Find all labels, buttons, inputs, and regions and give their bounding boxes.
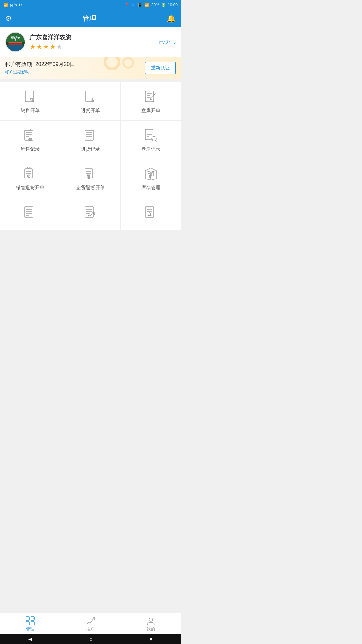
menu-item-sales-record[interactable]: 销售记录 xyxy=(0,121,60,159)
sync-icon2: ↻ xyxy=(19,3,22,7)
n-icon: N xyxy=(10,3,13,8)
svg-rect-4 xyxy=(8,42,22,43)
profile-name: 广东喜洋洋农资 xyxy=(29,33,72,41)
menu-item-doc2[interactable] xyxy=(60,198,121,230)
doc1-icon xyxy=(22,205,38,221)
star-3: ★ xyxy=(43,43,49,51)
svg-text:退: 退 xyxy=(27,174,30,178)
sales-open-icon xyxy=(22,89,38,105)
svg-point-49 xyxy=(152,136,156,141)
svg-rect-5 xyxy=(8,44,22,45)
stock-manage-label: 库存管理 xyxy=(141,185,160,191)
page-title: 管理 xyxy=(83,14,96,23)
menu-item-sales-open[interactable]: 销售开单 xyxy=(0,82,60,121)
inventory-open-icon xyxy=(143,89,159,105)
battery-icon: 🔋 xyxy=(161,3,166,7)
svg-text:喜洋洋农: 喜洋洋农 xyxy=(11,36,20,39)
status-right: 📍 🔷 📳 📶 39% 🔋 10:00 xyxy=(124,3,178,7)
star-1: ★ xyxy=(29,43,36,51)
inventory-open-label: 盘库开单 xyxy=(141,108,160,114)
notification-button[interactable]: 🔔 xyxy=(167,14,176,23)
menu-item-purchase-record[interactable]: 进货记录 xyxy=(60,121,121,159)
wifi-icon-right: 📶 xyxy=(144,3,149,7)
purchase-return-icon: 退 xyxy=(82,166,99,182)
expiry-banner: 帐户有效期: 2022年09月20日 帐户过期影响 重新认证 xyxy=(0,57,181,79)
purchase-record-label: 进货记录 xyxy=(81,146,100,152)
expiry-warning-link[interactable]: 帐户过期影响 xyxy=(5,69,75,75)
expiry-info: 帐户有效期: 2022年09月20日 帐户过期影响 xyxy=(5,61,75,75)
doc3-icon xyxy=(143,205,159,221)
expiry-date: 帐户有效期: 2022年09月20日 xyxy=(5,61,75,68)
menu-item-purchase-return[interactable]: 退 进货退货开单 xyxy=(60,159,121,198)
profile-section: 喜洋洋农 资 广东喜洋洋农资 ★ ★ ★ ★ ★ 已认证 › xyxy=(0,27,181,57)
profile-info: 广东喜洋洋农资 ★ ★ ★ ★ ★ xyxy=(29,33,72,51)
circle-deco-1 xyxy=(104,57,120,70)
svg-rect-83 xyxy=(145,207,154,217)
purchase-open-icon xyxy=(82,89,99,105)
status-bar: 📶 N ↻ ↻ 📍 🔷 📳 📶 39% 🔋 10:00 xyxy=(0,0,181,10)
purchase-return-label: 进货退货开单 xyxy=(76,185,105,191)
star-rating: ★ ★ ★ ★ ★ xyxy=(29,43,72,51)
menu-item-inventory-open[interactable]: 盘库开单 xyxy=(121,82,181,121)
sales-return-icon: 退 xyxy=(22,166,38,182)
svg-rect-77 xyxy=(85,207,93,217)
menu-item-sales-return[interactable]: 退 销售退货开单 xyxy=(0,159,60,198)
svg-line-67 xyxy=(151,171,156,172)
star-4: ★ xyxy=(50,43,56,51)
circle-deco-2 xyxy=(122,57,134,69)
doc2-icon xyxy=(82,205,99,221)
sales-record-label: 销售记录 xyxy=(21,146,40,152)
sync-icon1: ↻ xyxy=(14,3,17,7)
wifi-icon: 📶 xyxy=(3,3,8,7)
svg-line-50 xyxy=(156,140,157,142)
certified-link[interactable]: 已认证 › xyxy=(159,39,176,45)
settings-button[interactable]: ⚙ xyxy=(5,14,12,23)
header: ⚙ 管理 🔔 xyxy=(0,10,181,27)
star-2: ★ xyxy=(36,43,42,51)
recertify-button[interactable]: 重新认证 xyxy=(145,62,176,74)
menu-item-stock-manage[interactable]: 库存管理 xyxy=(121,159,181,198)
svg-rect-70 xyxy=(152,173,154,176)
battery-percent: 39% xyxy=(151,3,159,7)
stock-manage-icon xyxy=(143,166,159,182)
purchase-record-icon xyxy=(82,127,99,144)
decorative-circles xyxy=(104,57,134,70)
inventory-record-label: 盘库记录 xyxy=(141,146,160,152)
svg-rect-72 xyxy=(25,207,33,217)
svg-point-86 xyxy=(148,213,151,215)
menu-grid: 销售开单 进货开单 xyxy=(0,82,181,230)
menu-item-doc1[interactable] xyxy=(0,198,60,230)
profile-left: 喜洋洋农 资 广东喜洋洋农资 ★ ★ ★ ★ ★ xyxy=(5,32,72,52)
sales-return-label: 销售退货开单 xyxy=(16,185,44,191)
inventory-record-icon xyxy=(143,127,159,144)
menu-item-purchase-open[interactable]: 进货开单 xyxy=(60,82,121,121)
clock: 10:00 xyxy=(168,3,178,7)
svg-line-66 xyxy=(145,171,151,172)
star-5: ★ xyxy=(56,43,62,51)
sales-record-icon xyxy=(22,127,38,144)
menu-item-inventory-record[interactable]: 盘库记录 xyxy=(121,121,181,159)
avatar-image: 喜洋洋农 资 xyxy=(6,33,25,51)
status-icons: 📶 N ↻ ↻ xyxy=(3,3,22,8)
location-icon: 📍 xyxy=(124,3,129,7)
sales-open-label: 销售开单 xyxy=(21,108,40,114)
svg-text:资: 资 xyxy=(14,39,17,41)
menu-item-doc3[interactable] xyxy=(121,198,181,230)
svg-rect-6 xyxy=(8,45,23,51)
svg-rect-69 xyxy=(148,173,150,176)
bluetooth-icon: 🔷 xyxy=(131,3,136,7)
purchase-open-label: 进货开单 xyxy=(81,108,100,114)
svg-text:退: 退 xyxy=(87,174,90,178)
avatar[interactable]: 喜洋洋农 资 xyxy=(5,32,25,52)
vibrate-icon: 📳 xyxy=(138,3,143,7)
